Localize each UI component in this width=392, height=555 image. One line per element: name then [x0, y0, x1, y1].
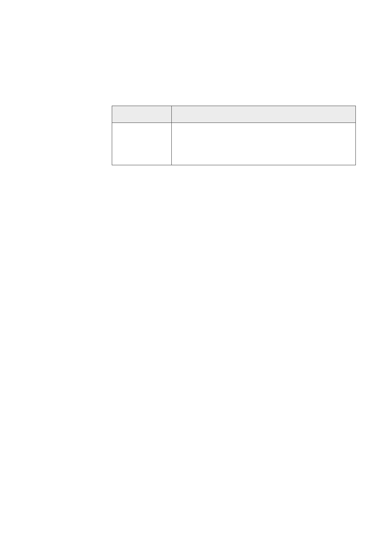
table-row	[112, 123, 356, 165]
page	[0, 0, 392, 555]
table-header-row	[112, 106, 356, 123]
table-header-cell	[112, 106, 172, 123]
table-cell	[112, 123, 172, 165]
table-cell	[171, 123, 355, 165]
data-table	[112, 106, 356, 165]
table-header-cell	[171, 106, 355, 123]
